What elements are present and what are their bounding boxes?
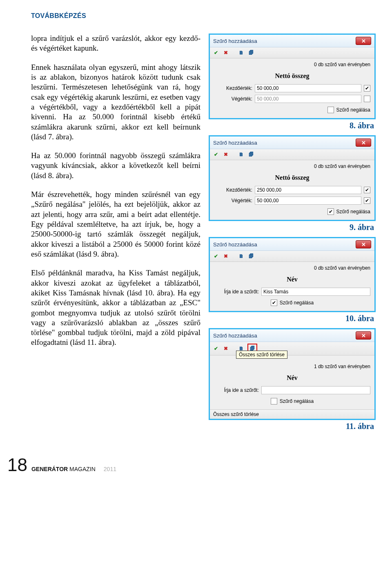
filter-count: 0 db szűrő van érvényben <box>214 163 370 172</box>
close-icon: ✕ <box>361 241 366 248</box>
label-end: Végérték: <box>214 198 252 203</box>
start-checkbox[interactable]: ✔ <box>364 85 370 92</box>
close-button[interactable]: ✕ <box>356 37 371 45</box>
group-title: Név <box>214 372 370 385</box>
section-header: TOVÁBBKÉPZÉS <box>31 12 376 20</box>
clear-all-icon[interactable]: 🗐 <box>247 151 255 158</box>
label-start: Kezdőérték: <box>214 187 252 193</box>
filter-count: 0 db szűrő van érvényben <box>214 265 370 273</box>
negate-label: Szűrő negálása <box>280 398 314 404</box>
group-title: Név <box>214 273 370 286</box>
cancel-icon[interactable]: ✖ <box>222 253 229 260</box>
body-text-column: lopra indítjuk el a szűrő varázslót, akk… <box>31 34 200 436</box>
end-value-input[interactable] <box>255 95 361 103</box>
label-end: Végérték: <box>214 96 252 102</box>
dialog-filter-10: Szűrő hozzáadása ✕ ✔ ✖ 🗎 🗐 0 db szűrő va… <box>209 237 376 312</box>
negate-label: Szűrő negálása <box>336 107 370 113</box>
close-icon: ✕ <box>361 140 366 146</box>
dialog-filter-11: Szűrő hozzáadása ✕ ✔ ✖ 🗎 🗐 Összes szűrő … <box>209 328 376 420</box>
name-filter-input[interactable] <box>261 386 370 394</box>
negate-checkbox[interactable] <box>327 107 334 113</box>
filter-count: 1 db szűrő van érvényben <box>214 364 370 372</box>
clear-one-icon[interactable]: 🗎 <box>238 253 245 260</box>
dialog-title: Szűrő hozzáadása <box>213 241 257 248</box>
label-start: Kezdőérték: <box>214 85 252 91</box>
paragraph: Ennek használata olyan egyszerű, mint ah… <box>31 63 200 142</box>
dialog-toolbar: ✔ ✖ 🗎 🗐 <box>210 251 374 262</box>
accept-icon[interactable]: ✔ <box>212 345 220 352</box>
negate-label: Szűrő negálása <box>280 300 314 306</box>
end-checkbox[interactable] <box>364 96 370 102</box>
close-button[interactable]: ✕ <box>356 331 371 340</box>
start-value-input[interactable] <box>255 84 361 92</box>
name-filter-input[interactable] <box>261 288 370 296</box>
cancel-icon[interactable]: ✖ <box>222 49 229 56</box>
clear-all-icon[interactable]: 🗐 <box>247 253 255 260</box>
magazine-name: GENERÁTOR MAGAZIN <box>31 466 96 472</box>
cancel-icon[interactable]: ✖ <box>222 345 229 352</box>
dialog-toolbar: ✔ ✖ 🗎 🗐 <box>210 47 374 58</box>
page-footer: 18 GENERÁTOR MAGAZIN 2011 <box>7 455 376 475</box>
filter-count: 0 db szűrő van érvényben <box>214 62 370 70</box>
dialog-filter-8: Szűrő hozzáadása ✕ ✔ ✖ 🗎 🗐 0 db szűrő va… <box>209 34 376 119</box>
end-checkbox[interactable]: ✔ <box>364 197 370 204</box>
dialog-filter-9: Szűrő hozzáadása ✕ ✔ ✖ 🗎 🗐 0 db szűrő va… <box>209 135 376 221</box>
accept-icon[interactable]: ✔ <box>212 253 220 260</box>
dialog-toolbar: ✔ ✖ 🗎 🗐 <box>210 149 374 160</box>
page-number: 18 <box>7 455 27 475</box>
negate-checkbox[interactable]: ✔ <box>271 299 277 306</box>
close-button[interactable]: ✕ <box>356 240 371 248</box>
dialog-toolbar: ✔ ✖ 🗎 🗐 <box>210 342 374 355</box>
statusbar: Összes szűrő törlése <box>210 409 374 419</box>
close-icon: ✕ <box>361 333 366 339</box>
paragraph: lopra indítjuk el a szűrő varázslót, akk… <box>31 34 200 54</box>
accept-icon[interactable]: ✔ <box>212 49 220 56</box>
paragraph: Ha az 50.000 forintnál nagyobb összegű s… <box>31 151 200 181</box>
label-write: Írja ide a szűrőt: <box>214 387 259 393</box>
paragraph: Első példánknál maradva, ha Kiss Tamást … <box>31 268 200 348</box>
clear-one-icon[interactable]: 🗎 <box>238 49 245 56</box>
dialog-title: Szűrő hozzáadása <box>213 38 257 44</box>
clear-all-icon[interactable]: 🗐 <box>247 49 255 56</box>
figure-caption: 8. ábra <box>209 119 376 131</box>
negate-checkbox[interactable] <box>271 398 277 404</box>
start-value-input[interactable] <box>255 186 361 194</box>
label-write: Írja ide a szűrőt: <box>214 289 259 295</box>
dialog-title: Szűrő hozzáadása <box>213 140 257 146</box>
close-icon: ✕ <box>361 38 366 44</box>
figure-caption: 10. ábra <box>209 312 376 324</box>
magazine-year: 2011 <box>104 466 116 472</box>
clear-one-icon[interactable]: 🗎 <box>238 151 245 158</box>
accept-icon[interactable]: ✔ <box>212 151 220 158</box>
figure-caption: 9. ábra <box>209 221 376 233</box>
paragraph: Már észrevehették, hogy minden szűrésnél… <box>31 190 200 259</box>
tooltip-clear-all: Összes szűrő törlése <box>236 351 287 359</box>
cancel-icon[interactable]: ✖ <box>222 151 229 158</box>
figure-caption: 11. ábra <box>209 420 376 432</box>
dialog-title: Szűrő hozzáadása <box>213 333 257 339</box>
group-title: Nettó összeg <box>214 172 370 185</box>
negate-label: Szűrő negálása <box>336 209 370 215</box>
negate-checkbox[interactable]: ✔ <box>327 208 334 215</box>
group-title: Nettó összeg <box>214 70 370 83</box>
end-value-input[interactable] <box>255 197 361 205</box>
close-button[interactable]: ✕ <box>356 139 371 147</box>
start-checkbox[interactable]: ✔ <box>364 187 370 193</box>
